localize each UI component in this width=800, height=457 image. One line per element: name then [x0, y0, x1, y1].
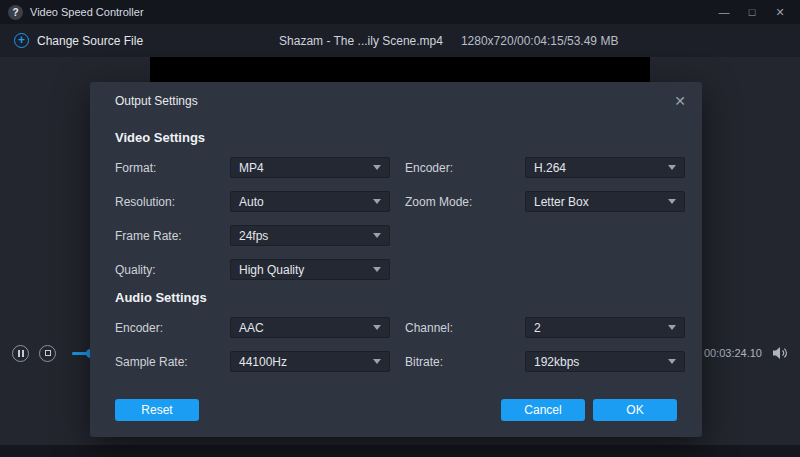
encoder-value: H.264 [534, 161, 566, 175]
zoom-mode-label: Zoom Mode: [405, 195, 525, 209]
ok-button[interactable]: OK [593, 399, 677, 421]
sample-rate-label: Sample Rate: [115, 355, 230, 369]
dialog-overlay: Output Settings ✕ Video Settings Format:… [0, 0, 800, 457]
audio-settings-grid: Encoder: AAC Channel: 2 Sample Rate: 441… [115, 317, 677, 372]
chevron-down-icon [668, 199, 676, 204]
cancel-button[interactable]: Cancel [501, 399, 585, 421]
chevron-down-icon [373, 199, 381, 204]
quality-value: High Quality [239, 263, 304, 277]
quality-select[interactable]: High Quality [230, 259, 390, 280]
app-window: ? Video Speed Controller — □ ✕ + Change … [0, 0, 800, 457]
dialog-header: Output Settings ✕ [90, 82, 702, 118]
bitrate-value: 192kbps [534, 355, 579, 369]
audio-encoder-label: Encoder: [115, 321, 230, 335]
channel-select[interactable]: 2 [525, 317, 685, 338]
sample-rate-select[interactable]: 44100Hz [230, 351, 390, 372]
dialog-title: Output Settings [115, 94, 198, 108]
format-label: Format: [115, 161, 230, 175]
sample-rate-value: 44100Hz [239, 355, 287, 369]
reset-button[interactable]: Reset [115, 399, 199, 421]
resolution-label: Resolution: [115, 195, 230, 209]
frame-rate-select[interactable]: 24fps [230, 225, 390, 246]
chevron-down-icon [668, 165, 676, 170]
channel-value: 2 [534, 321, 541, 335]
zoom-mode-select[interactable]: Letter Box [525, 191, 685, 212]
encoder-select[interactable]: H.264 [525, 157, 685, 178]
audio-encoder-select[interactable]: AAC [230, 317, 390, 338]
chevron-down-icon [373, 359, 381, 364]
quality-label: Quality: [115, 263, 230, 277]
format-value: MP4 [239, 161, 264, 175]
resolution-value: Auto [239, 195, 264, 209]
zoom-mode-value: Letter Box [534, 195, 589, 209]
chevron-down-icon [373, 165, 381, 170]
dialog-close-icon[interactable]: ✕ [674, 94, 686, 108]
resolution-select[interactable]: Auto [230, 191, 390, 212]
dialog-footer: Reset Cancel OK [115, 399, 677, 421]
frame-rate-value: 24fps [239, 229, 268, 243]
bitrate-label: Bitrate: [405, 355, 525, 369]
chevron-down-icon [373, 325, 381, 330]
chevron-down-icon [373, 233, 381, 238]
video-settings-grid: Format: MP4 Encoder: H.264 Resolution: A… [115, 157, 677, 280]
chevron-down-icon [668, 325, 676, 330]
output-settings-dialog: Output Settings ✕ Video Settings Format:… [90, 82, 702, 437]
audio-settings-heading: Audio Settings [115, 290, 677, 305]
bitrate-select[interactable]: 192kbps [525, 351, 685, 372]
encoder-label: Encoder: [405, 161, 525, 175]
frame-rate-label: Frame Rate: [115, 229, 230, 243]
chevron-down-icon [668, 359, 676, 364]
chevron-down-icon [373, 267, 381, 272]
format-select[interactable]: MP4 [230, 157, 390, 178]
channel-label: Channel: [405, 321, 525, 335]
audio-encoder-value: AAC [239, 321, 264, 335]
video-settings-heading: Video Settings [115, 130, 677, 145]
